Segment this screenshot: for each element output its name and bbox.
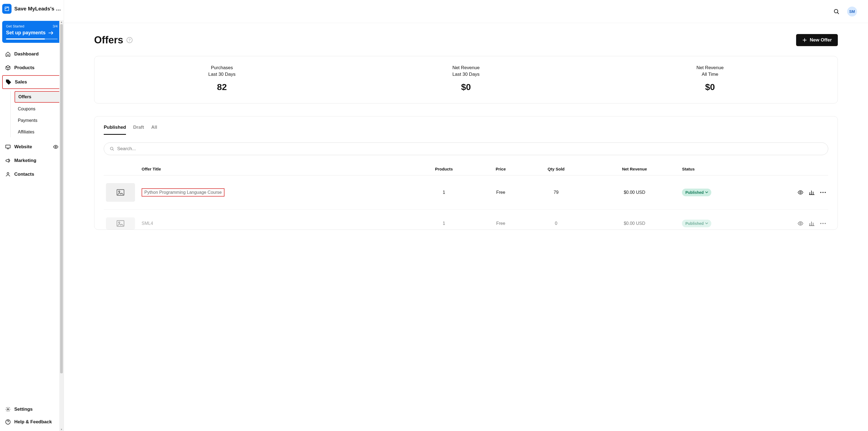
svg-point-17 [820,223,822,224]
sidebar-item-label: Products [14,65,35,70]
status-pill[interactable]: Published [682,189,711,196]
get-started-cta: Set up payments [6,30,45,36]
more-horizontal-icon [820,222,826,224]
sidebar-item-contacts[interactable]: Contacts [2,168,61,181]
col-title: Offer Title [140,163,409,176]
avatar[interactable]: SM [847,7,857,17]
scrollbar[interactable]: ▲ ▼ [59,20,64,431]
sidebar-item-label: Contacts [14,172,34,177]
sidebar: Save MyLeads's F… Get Started 3/4 Set up… [0,0,64,431]
package-icon [5,65,11,71]
chevron-down-icon [705,222,708,224]
offer-title[interactable]: SML4 [142,221,153,226]
sidebar-sub-offers[interactable]: Offers [14,91,61,103]
preview-button[interactable] [798,221,804,226]
help-icon [5,419,11,425]
scroll-up-icon[interactable]: ▲ [59,20,64,24]
more-button[interactable] [820,191,826,193]
svg-point-15 [119,222,120,223]
svg-point-0 [7,81,8,82]
app-logo-icon [4,6,10,11]
search-icon [110,146,115,151]
svg-point-16 [800,223,801,224]
tab-published[interactable]: Published [104,125,126,135]
sidebar-item-label: Sales [15,79,27,85]
new-offer-button[interactable]: New Offer [796,34,838,46]
scroll-down-icon[interactable]: ▼ [59,428,64,431]
sidebar-item-sales[interactable]: Sales [2,75,61,89]
svg-point-7 [110,147,113,150]
app-title: Save MyLeads's F… [14,6,61,12]
search-button[interactable] [832,7,841,16]
sidebar-item-settings[interactable]: Settings [2,403,61,415]
sidebar-item-marketing[interactable]: Marketing [2,154,61,167]
offer-title[interactable]: Python Programming Language Course [142,188,224,196]
svg-point-10 [800,192,801,193]
gear-icon [5,406,11,412]
progress-bar [6,38,58,39]
offer-thumbnail [106,217,135,229]
tag-icon [5,79,11,85]
sidebar-footer: Settings Help & Feedback [0,402,64,431]
svg-point-11 [820,192,822,193]
sidebar-item-label: Settings [14,406,33,412]
col-status: Status [680,163,784,176]
plus-icon [802,38,807,42]
svg-point-2 [55,146,57,148]
stats-button[interactable] [809,190,814,195]
image-icon [117,220,124,227]
svg-point-3 [7,173,9,174]
tab-draft[interactable]: Draft [133,125,144,135]
sidebar-header: Save MyLeads's F… [0,0,64,19]
get-started-progress: 3/4 [53,24,58,28]
sidebar-item-label: Dashboard [14,51,39,57]
stat-net-revenue-all: Net Revenue All Time $0 [588,65,832,92]
sales-submenu: Offers Coupons Payments Affiliates [10,91,61,137]
app-logo[interactable] [2,4,11,14]
sidebar-sub-payments[interactable]: Payments [14,115,61,126]
col-net: Net Revenue [589,163,680,176]
question-icon[interactable]: ? [126,37,132,43]
tab-all[interactable]: All [151,125,157,135]
more-button[interactable] [820,222,826,224]
user-icon [5,171,11,177]
cell-qty: 79 [523,176,589,210]
status-pill[interactable]: Published [682,220,711,227]
page-title: Offers [94,34,123,46]
stat-purchases: Purchases Last 30 Days 82 [100,65,344,92]
svg-point-4 [7,409,9,410]
cell-qty: 0 [523,210,589,230]
table-row[interactable]: SML4 1 Free 0 $0.00 USD Published [104,210,828,230]
cell-products: 1 [409,176,478,210]
stats-button[interactable] [809,221,814,226]
get-started-card[interactable]: Get Started 3/4 Set up payments [2,21,61,43]
eye-icon[interactable] [53,144,59,150]
cell-net: $0.00 USD [589,176,680,210]
search-box[interactable] [104,143,828,155]
cell-products: 1 [409,210,478,230]
preview-button[interactable] [798,190,804,195]
svg-point-13 [825,192,826,193]
bar-chart-icon [809,221,814,226]
chevron-down-icon [705,191,708,193]
offers-card: Published Draft All Offer Title Products [94,116,838,230]
sidebar-sub-coupons[interactable]: Coupons [14,104,61,114]
search-input[interactable] [117,146,823,152]
sidebar-item-products[interactable]: Products [2,61,61,74]
eye-icon [798,190,804,195]
sidebar-item-label: Marketing [14,158,36,163]
sidebar-item-help[interactable]: Help & Feedback [2,415,61,428]
eye-icon [798,221,804,226]
offer-thumbnail [106,183,135,202]
svg-point-18 [823,223,824,224]
sidebar-sub-affiliates[interactable]: Affiliates [14,127,61,137]
sidebar-item-website[interactable]: Website [2,141,61,153]
sidebar-item-dashboard[interactable]: Dashboard [2,48,61,60]
table-row[interactable]: Python Programming Language Course 1 Fre… [104,176,828,210]
arrow-right-icon [48,31,54,35]
megaphone-icon [5,158,11,164]
cell-price: Free [478,210,523,230]
scrollbar-thumb[interactable] [60,24,63,373]
svg-point-19 [825,223,826,224]
get-started-label: Get Started [6,24,24,28]
